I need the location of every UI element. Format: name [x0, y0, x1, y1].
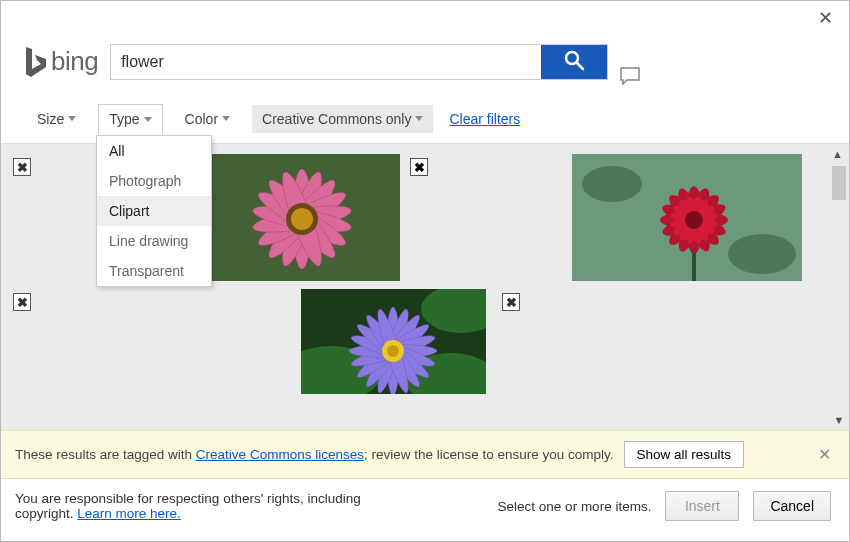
- learn-more-link[interactable]: Learn more here.: [77, 506, 181, 521]
- search-button[interactable]: [541, 45, 607, 79]
- search-icon: [563, 49, 585, 74]
- cc-license-link[interactable]: Creative Commons licenses: [196, 447, 364, 462]
- scrollbar[interactable]: ▲ ▼: [829, 144, 849, 430]
- bing-text: bing: [51, 46, 98, 77]
- bing-mark-icon: [21, 45, 49, 79]
- license-notice-bar: These results are tagged with Creative C…: [1, 430, 849, 479]
- filter-type[interactable]: Type: [98, 104, 162, 133]
- notice-close-icon[interactable]: ✕: [814, 445, 835, 464]
- filter-license[interactable]: Creative Commons only: [252, 105, 433, 133]
- filters-row: Size Type Color Creative Commons only Cl…: [1, 98, 849, 143]
- svg-line-1: [577, 63, 583, 69]
- show-all-results-button[interactable]: Show all results: [624, 441, 745, 468]
- svg-point-20: [728, 234, 796, 274]
- result-thumb[interactable]: [572, 154, 802, 281]
- clear-filters-link[interactable]: Clear filters: [445, 105, 524, 133]
- scroll-thumb[interactable]: [832, 166, 846, 200]
- type-dropdown: All Photograph Clipart Line drawing Tran…: [96, 135, 212, 287]
- dialog-footer: You are responsible for respecting other…: [1, 479, 849, 541]
- chevron-down-icon: [415, 116, 423, 121]
- bing-logo: bing: [21, 45, 98, 79]
- result-thumb[interactable]: ✖: [406, 154, 566, 281]
- notice-prefix: These results are tagged with: [15, 447, 196, 462]
- footer-text: You are responsible for respecting other…: [15, 491, 361, 521]
- scroll-up-icon[interactable]: ▲: [832, 148, 846, 160]
- result-thumb[interactable]: [301, 289, 486, 394]
- search-box: [110, 44, 608, 80]
- notice-text: These results are tagged with Creative C…: [15, 447, 614, 462]
- svg-point-54: [387, 345, 399, 357]
- titlebar: ✕: [1, 1, 849, 35]
- thumb-checkbox-icon[interactable]: ✖: [13, 158, 31, 176]
- scroll-down-icon[interactable]: ▼: [834, 414, 845, 426]
- filter-color-label: Color: [185, 111, 218, 127]
- cancel-button[interactable]: Cancel: [753, 491, 831, 521]
- footer-disclaimer: You are responsible for respecting other…: [15, 491, 375, 521]
- close-icon[interactable]: ✕: [812, 7, 839, 29]
- feedback-icon[interactable]: [620, 67, 640, 88]
- type-option-clipart[interactable]: Clipart: [97, 196, 211, 226]
- selection-hint: Select one or more items.: [498, 499, 652, 514]
- chevron-down-icon: [222, 116, 230, 121]
- result-thumb[interactable]: ✖: [498, 289, 658, 394]
- type-option-all[interactable]: All: [97, 136, 211, 166]
- result-thumb[interactable]: ✖: [9, 289, 295, 394]
- insert-online-pictures-dialog: ✕ bing: [0, 0, 850, 542]
- insert-button[interactable]: Insert: [665, 491, 739, 521]
- chevron-down-icon: [144, 117, 152, 122]
- filter-size-label: Size: [37, 111, 64, 127]
- filter-license-label: Creative Commons only: [262, 111, 411, 127]
- filter-color[interactable]: Color: [175, 105, 240, 133]
- type-option-transparent[interactable]: Transparent: [97, 256, 211, 286]
- filter-size[interactable]: Size: [27, 105, 86, 133]
- chevron-down-icon: [68, 116, 76, 121]
- type-option-line-drawing[interactable]: Line drawing: [97, 226, 211, 256]
- filter-type-label: Type: [109, 111, 139, 127]
- thumb-checkbox-icon[interactable]: ✖: [13, 293, 31, 311]
- type-option-photograph[interactable]: Photograph: [97, 166, 211, 196]
- thumb-checkbox-icon[interactable]: ✖: [502, 293, 520, 311]
- thumb-checkbox-icon[interactable]: ✖: [410, 158, 428, 176]
- result-thumb[interactable]: [204, 154, 400, 281]
- svg-point-19: [582, 166, 642, 202]
- notice-suffix: ; review the license to ensure you compl…: [364, 447, 614, 462]
- svg-point-37: [685, 211, 703, 229]
- svg-point-16: [291, 208, 313, 230]
- search-input[interactable]: [111, 45, 541, 79]
- search-row: bing: [1, 35, 849, 98]
